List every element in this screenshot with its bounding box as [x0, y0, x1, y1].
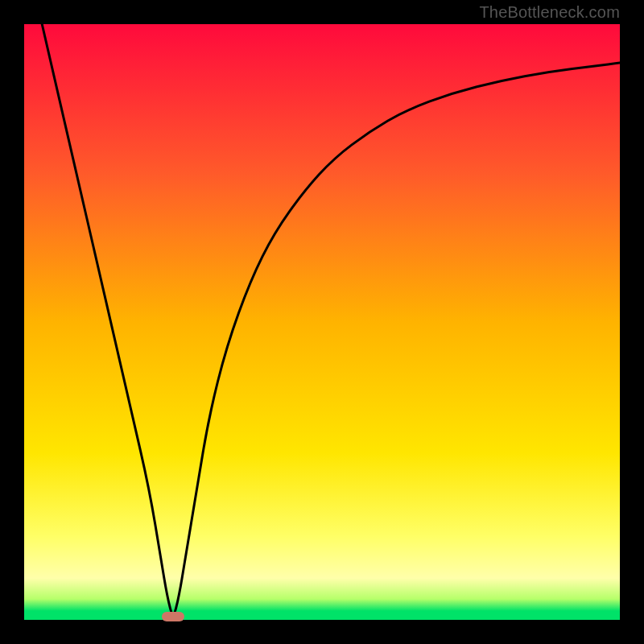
chart-frame: TheBottleneck.com	[0, 0, 644, 644]
plot-area	[24, 24, 620, 620]
optimum-marker	[162, 612, 184, 621]
gradient-background	[24, 24, 620, 620]
watermark-text: TheBottleneck.com	[479, 3, 620, 22]
chart-svg	[24, 24, 620, 620]
